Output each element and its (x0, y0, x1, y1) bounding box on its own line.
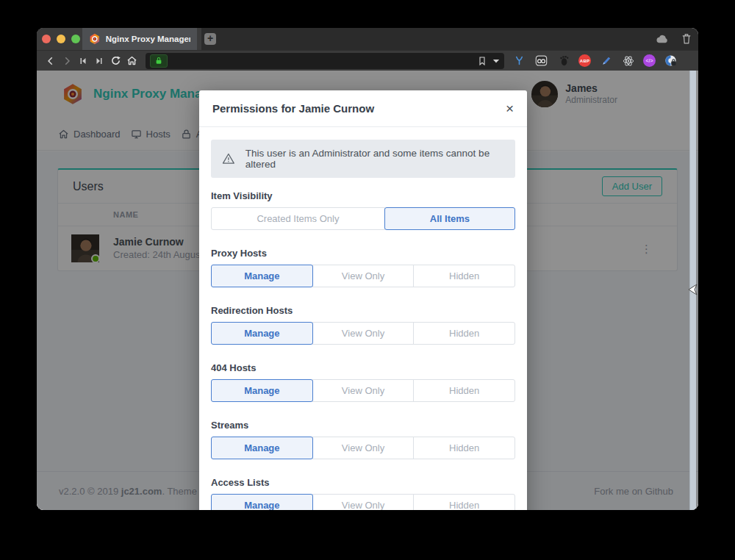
caret-down-icon[interactable] (492, 58, 500, 64)
tab-bar-right (656, 28, 698, 50)
admin-alert-text: This user is an Administrator and some i… (245, 148, 504, 170)
option-manage[interactable]: Manage (211, 265, 313, 287)
option-manage[interactable]: Manage (211, 379, 313, 402)
option-hidden[interactable]: Hidden (413, 494, 515, 510)
browser-tab[interactable]: Nginx Proxy Manager (82, 28, 197, 50)
modal-title: Permissions for Jamie Curnow (212, 102, 374, 115)
adblock-plus-icon[interactable]: ABP (578, 54, 591, 67)
modal-body: This user is an Administrator and some i… (199, 127, 527, 510)
option-created-items-only[interactable]: Created Items Only (211, 207, 385, 230)
browser-window: Nginx Proxy Manager + (37, 28, 698, 510)
option-hidden[interactable]: Hidden (413, 437, 515, 459)
gnome-foot-extension-icon[interactable] (556, 54, 570, 68)
containers-extension-icon[interactable] (534, 54, 548, 68)
option-view-only[interactable]: View Only (312, 437, 415, 459)
forward-icon[interactable] (59, 53, 75, 69)
pen-extension-icon[interactable] (599, 54, 613, 68)
browser-toolbar: ABP </> (37, 50, 698, 71)
mouse-cursor (688, 284, 698, 295)
option-manage[interactable]: Manage (211, 494, 313, 510)
cloud-icon[interactable] (656, 34, 669, 44)
segmented-control: Created Items OnlyAll Items (211, 207, 515, 230)
privacy-clock-extension-icon[interactable] (664, 54, 678, 68)
group-label: Streams (211, 420, 515, 431)
admin-alert: This user is an Administrator and some i… (211, 140, 515, 178)
permission-group: Access ListsManageView OnlyHidden (211, 477, 515, 510)
npm-favicon-icon (89, 33, 101, 45)
option-view-only[interactable]: View Only (312, 379, 415, 402)
back-icon[interactable] (43, 53, 59, 69)
option-view-only[interactable]: View Only (312, 494, 415, 510)
group-label: Redirection Hosts (211, 305, 515, 316)
window-controls (42, 35, 80, 43)
reload-icon[interactable] (107, 53, 123, 69)
group-label: 404 Hosts (211, 362, 515, 373)
skip-start-icon[interactable] (75, 53, 91, 69)
segmented-control: ManageView OnlyHidden (211, 322, 515, 345)
page-viewport: Nginx Proxy Manager James Administrator … (37, 71, 698, 510)
permission-group: Item VisibilityCreated Items OnlyAll Ite… (211, 190, 515, 230)
purple-extension-icon[interactable]: </> (643, 54, 656, 67)
permission-group: 404 HostsManageView OnlyHidden (211, 362, 515, 402)
option-hidden[interactable]: Hidden (413, 379, 515, 402)
tab-title: Nginx Proxy Manager (106, 35, 190, 43)
close-window-button[interactable] (42, 35, 51, 43)
modal-groups: Item VisibilityCreated Items OnlyAll Ite… (211, 190, 515, 510)
option-hidden[interactable]: Hidden (413, 322, 515, 345)
https-lock-icon[interactable] (150, 54, 168, 68)
segmented-control: ManageView OnlyHidden (211, 437, 515, 459)
segmented-control: ManageView OnlyHidden (211, 494, 515, 510)
group-label: Proxy Hosts (211, 248, 515, 259)
new-tab-button[interactable]: + (204, 33, 216, 45)
trash-icon[interactable] (681, 33, 692, 45)
permission-group: Proxy HostsManageView OnlyHidden (211, 248, 515, 287)
extension-icons: ABP </> (512, 54, 678, 68)
permission-group: Redirection HostsManageView OnlyHidden (211, 305, 515, 345)
bookmark-icon[interactable] (478, 56, 487, 66)
permission-group: StreamsManageView OnlyHidden (211, 420, 515, 459)
option-manage[interactable]: Manage (211, 437, 313, 459)
segmented-control: ManageView OnlyHidden (211, 379, 515, 402)
skip-end-icon[interactable] (91, 53, 107, 69)
group-label: Access Lists (211, 477, 515, 488)
option-all-items[interactable]: All Items (384, 207, 515, 230)
option-view-only[interactable]: View Only (312, 322, 415, 345)
group-label: Item Visibility (211, 190, 515, 201)
wishbone-extension-icon[interactable] (512, 54, 526, 68)
browser-tab-bar: Nginx Proxy Manager + (37, 28, 698, 50)
atom-extension-icon[interactable] (621, 54, 635, 68)
tab-bar-left: Nginx Proxy Manager + (37, 28, 201, 50)
warning-triangle-icon (222, 152, 235, 165)
address-bar[interactable] (146, 53, 504, 69)
permissions-modal: Permissions for Jamie Curnow × This user… (199, 90, 527, 510)
home-icon[interactable] (123, 53, 140, 69)
zoom-window-button[interactable] (71, 35, 80, 43)
minimize-window-button[interactable] (57, 35, 65, 43)
close-icon[interactable]: × (506, 101, 514, 115)
option-manage[interactable]: Manage (211, 322, 313, 345)
option-hidden[interactable]: Hidden (413, 265, 515, 287)
modal-header: Permissions for Jamie Curnow × (199, 90, 527, 127)
segmented-control: ManageView OnlyHidden (211, 265, 515, 287)
option-view-only[interactable]: View Only (312, 265, 415, 287)
